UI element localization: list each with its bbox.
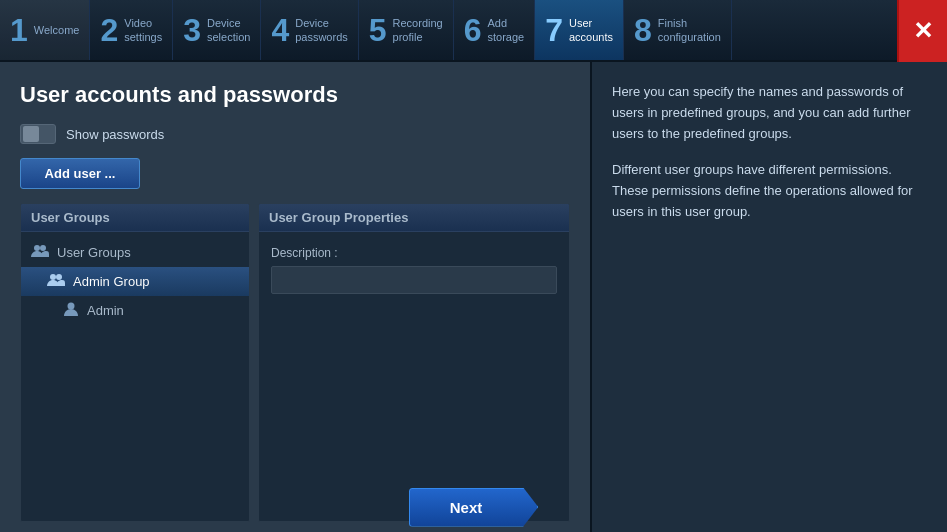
nav-item-video-settings[interactable]: 2 Videosettings — [90, 0, 173, 60]
nav-label-8: Finishconfiguration — [658, 16, 721, 45]
nav-label-1: Welcome — [34, 23, 80, 37]
show-passwords-row: Show passwords — [20, 124, 570, 144]
tree-item-admin-user[interactable]: Admin — [21, 296, 249, 325]
info-paragraph-2: Different user groups have different per… — [612, 160, 927, 222]
right-panel: Here you can specify the names and passw… — [590, 62, 947, 532]
admin-group-icon — [47, 272, 65, 291]
admin-user-icon — [63, 301, 79, 320]
user-group-properties-panel: User Group Properties Description : — [258, 203, 570, 522]
nav-label-7: Useraccounts — [569, 16, 613, 45]
nav-item-add-storage[interactable]: 6 Addstorage — [454, 0, 536, 60]
nav-item-welcome[interactable]: 1 Welcome — [0, 0, 90, 60]
nav-label-6: Addstorage — [488, 16, 525, 45]
left-panel: User accounts and passwords Show passwor… — [0, 62, 590, 532]
nav-label-5: Recordingprofile — [393, 16, 443, 45]
nav-number-6: 6 — [464, 14, 482, 46]
nav-item-recording-profile[interactable]: 5 Recordingprofile — [359, 0, 454, 60]
svg-point-1 — [40, 245, 46, 251]
user-groups-panel: User Groups User Groups — [20, 203, 250, 522]
props-header: User Group Properties — [259, 204, 569, 232]
nav-number-7: 7 — [545, 14, 563, 46]
next-button[interactable]: Next — [409, 488, 539, 527]
nav-number-1: 1 — [10, 14, 28, 46]
add-user-button[interactable]: Add user ... — [20, 158, 140, 189]
tree-area: User Groups Admin Group — [21, 232, 249, 331]
tree-label-admin-group: Admin Group — [73, 274, 150, 289]
info-paragraph-1: Here you can specify the names and passw… — [612, 82, 927, 144]
close-icon: ✕ — [913, 17, 933, 45]
nav-item-finish-configuration[interactable]: 8 Finishconfiguration — [624, 0, 732, 60]
panels-row: User Groups User Groups — [20, 203, 570, 522]
svg-point-0 — [34, 245, 40, 251]
svg-point-4 — [68, 303, 75, 310]
tree-item-user-groups[interactable]: User Groups — [21, 238, 249, 267]
bottom-bar: Next — [0, 482, 947, 532]
nav-label-2: Videosettings — [124, 16, 162, 45]
show-passwords-label: Show passwords — [66, 127, 164, 142]
user-groups-header: User Groups — [21, 204, 249, 232]
tree-item-admin-group[interactable]: Admin Group — [21, 267, 249, 296]
nav-label-4: Devicepasswords — [295, 16, 348, 45]
page-title: User accounts and passwords — [20, 82, 570, 108]
nav-number-2: 2 — [100, 14, 118, 46]
nav-number-5: 5 — [369, 14, 387, 46]
top-navigation: 1 Welcome 2 Videosettings 3 Deviceselect… — [0, 0, 947, 62]
description-input[interactable] — [271, 266, 557, 294]
user-groups-icon — [31, 243, 49, 262]
svg-point-3 — [56, 274, 62, 280]
svg-point-2 — [50, 274, 56, 280]
props-body: Description : — [259, 232, 569, 308]
tree-label-user-groups: User Groups — [57, 245, 131, 260]
description-label: Description : — [271, 246, 557, 260]
nav-item-device-passwords[interactable]: 4 Devicepasswords — [261, 0, 358, 60]
nav-item-device-selection[interactable]: 3 Deviceselection — [173, 0, 261, 60]
nav-number-8: 8 — [634, 14, 652, 46]
nav-number-4: 4 — [271, 14, 289, 46]
toggle-knob — [23, 126, 39, 142]
main-content: User accounts and passwords Show passwor… — [0, 62, 947, 532]
nav-label-3: Deviceselection — [207, 16, 250, 45]
show-passwords-toggle[interactable] — [20, 124, 56, 144]
info-text: Here you can specify the names and passw… — [612, 82, 927, 223]
nav-item-user-accounts[interactable]: 7 Useraccounts — [535, 0, 624, 60]
close-button[interactable]: ✕ — [897, 0, 947, 62]
tree-label-admin-user: Admin — [87, 303, 124, 318]
nav-number-3: 3 — [183, 14, 201, 46]
